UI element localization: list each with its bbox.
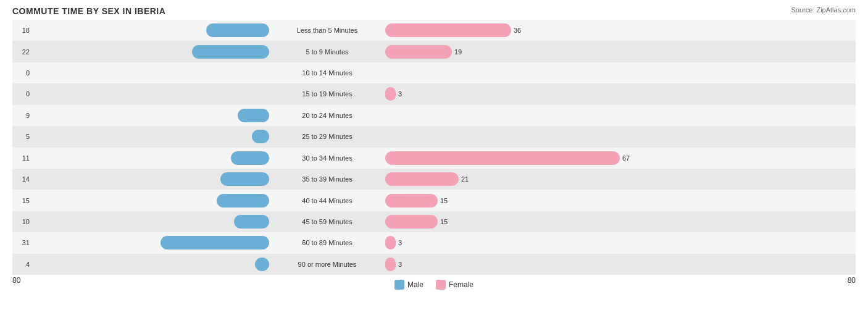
table-row: 14 35 to 39 Minutes 21 [12,169,856,190]
table-row: 11 30 to 34 Minutes 67 [12,148,856,169]
female-value: 3 [398,261,415,268]
female-value: 21 [461,175,478,183]
male-bar [255,258,269,271]
left-section: 4 [12,258,272,271]
legend-female: Female [436,280,474,290]
male-bar-wrap [32,236,269,250]
female-bar [385,87,396,101]
row-label: 10 to 14 Minutes [272,69,383,77]
female-bar [385,172,459,186]
left-section: 11 [12,151,272,165]
male-bar-wrap [32,258,269,271]
male-value: 10 [12,218,30,225]
right-section [383,66,642,80]
male-bar-wrap [32,87,269,101]
left-section: 14 [12,172,272,186]
female-value: 3 [398,239,415,246]
left-section: 5 [12,130,272,143]
table-row: 0 10 to 14 Minutes [12,62,856,83]
male-value: 5 [12,133,30,140]
legend: Male Female [394,280,474,290]
male-bar-wrap [32,130,269,143]
row-label: 30 to 34 Minutes [272,154,383,162]
male-bar-wrap [32,45,269,59]
female-bar [385,151,620,165]
right-section [383,130,642,143]
female-value: 36 [514,27,531,34]
left-section: 9 [12,109,272,122]
right-section: 3 [383,236,642,250]
rows-area: 18 Less than 5 Minutes 36 22 5 to 9 Minu… [12,20,856,275]
row-label: 25 to 29 Minutes [272,133,383,140]
male-bar-wrap [32,109,269,122]
row-label: 20 to 24 Minutes [272,112,383,119]
male-value: 9 [12,112,30,119]
male-bar [231,151,269,165]
table-row: 22 5 to 9 Minutes 19 [12,41,856,62]
right-section: 19 [383,45,642,59]
left-section: 31 [12,236,272,250]
male-label: Male [407,280,424,289]
male-value: 4 [12,261,30,268]
left-section: 22 [12,45,272,59]
legend-male: Male [394,280,424,290]
male-value: 18 [12,27,30,34]
right-section: 67 [383,151,642,165]
row-label: 90 or more Minutes [272,261,383,268]
female-bar [385,258,396,271]
male-bar [220,172,269,186]
row-label: 40 to 44 Minutes [272,197,383,204]
female-value: 19 [454,48,472,56]
female-value: 15 [440,197,457,204]
male-value: 0 [12,69,30,77]
female-value: 3 [398,90,415,98]
male-value: 31 [12,239,30,246]
male-bar [206,23,269,37]
row-label: 60 to 89 Minutes [272,239,383,246]
right-section: 3 [383,258,642,271]
right-section: 15 [383,194,642,208]
table-row: 0 15 to 19 Minutes 3 [12,83,856,104]
table-row: 15 40 to 44 Minutes 15 [12,190,856,211]
male-bar-wrap [32,66,269,80]
female-bar [385,45,452,59]
source-label: Source: ZipAtlas.com [791,6,856,14]
table-row: 10 45 to 59 Minutes 15 [12,211,856,232]
male-bar-wrap [32,194,269,208]
table-row: 9 20 to 24 Minutes [12,105,856,126]
row-label: Less than 5 Minutes [272,27,383,34]
female-bar [385,194,438,208]
chart-container: COMMUTE TIME BY SEX IN IBERIA Source: Zi… [0,0,868,323]
left-section: 10 [12,215,272,229]
right-section [383,109,642,122]
row-label: 5 to 9 Minutes [272,48,383,56]
male-bar [217,194,269,208]
right-section: 21 [383,172,642,186]
male-bar [238,109,269,122]
chart-title: COMMUTE TIME BY SEX IN IBERIA [12,6,856,16]
male-bar-wrap [32,23,269,37]
female-value: 67 [622,154,640,162]
left-section: 15 [12,194,272,208]
male-value: 0 [12,90,30,98]
table-row: 31 60 to 89 Minutes 3 [12,232,856,253]
table-row: 5 25 to 29 Minutes [12,126,856,147]
female-bar [385,215,438,229]
male-bar [161,236,269,250]
female-bar [385,23,511,37]
male-color-box [394,280,404,290]
right-section: 36 [383,23,642,37]
left-section: 0 [12,87,272,101]
male-value: 14 [12,175,30,183]
axis-right: 80 [848,276,856,290]
axis-left: 80 [12,276,20,290]
male-bar [252,130,269,143]
male-bar [234,215,269,229]
table-row: 18 Less than 5 Minutes 36 [12,20,856,41]
row-label: 35 to 39 Minutes [272,175,383,183]
male-bar-wrap [32,172,269,186]
axis-labels: 80 Male Female 80 [12,276,856,290]
male-value: 15 [12,197,30,204]
right-section: 15 [383,215,642,229]
female-label: Female [449,280,474,289]
